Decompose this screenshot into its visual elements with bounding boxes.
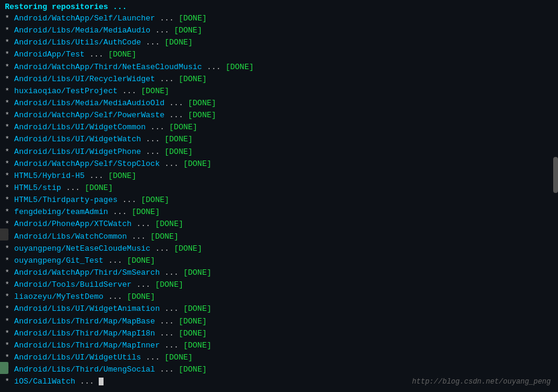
log-line: * Android/PhoneApp/XTCWatch ... [DONE]	[5, 218, 553, 230]
log-container: * Android/WatchApp/Self/Launcher ... [DO…	[5, 13, 553, 388]
log-line: * Android/Libs/UI/RecyclerWidget ... [DO…	[5, 73, 553, 85]
log-line: * Android/Libs/Media/MediaAudio ... [DON…	[5, 25, 553, 37]
log-line: * Android/Libs/Utils/AuthCode ... [DONE]	[5, 37, 553, 49]
log-line: * Android/Libs/UI/WidgetPhone ... [DONE]	[5, 146, 553, 158]
log-line: * Android/Libs/Third/Map/MapInner ... [D…	[5, 340, 553, 352]
side-icon2	[0, 362, 8, 374]
log-line: * Android/WatchApp/Self/Launcher ... [DO…	[5, 13, 553, 25]
log-line: * AndroidApp/Test ... [DONE]	[5, 49, 553, 61]
terminal-window: Restoring repositories ... * Android/Wat…	[0, 0, 558, 392]
watermark: http://blog.csdn.net/ouyang_peng	[412, 378, 551, 386]
log-line: * Android/Libs/UI/WidgetCommon ... [DONE…	[5, 121, 553, 133]
log-line: * Android/WatchApp/Self/StopClock ... [D…	[5, 158, 553, 170]
side-icon	[0, 228, 8, 240]
title-line: Restoring repositories ...	[5, 2, 553, 11]
log-line: * Android/WatchApp/Third/NetEaseCloudMus…	[5, 61, 553, 73]
log-line: * Android/Libs/Media/MediaAudioOld ... […	[5, 97, 553, 109]
log-line: * ouyangpeng/Git_Test ... [DONE]	[5, 255, 553, 267]
scrollbar[interactable]	[553, 157, 558, 193]
log-line: * Android/Libs/UI/WidgetAnimation ... [D…	[5, 303, 553, 315]
log-line: * ouyangpeng/NetEaseCloudeMusic ... [DON…	[5, 243, 553, 255]
log-line: * fengdebing/teamAdmin ... [DONE]	[5, 206, 553, 218]
log-line: * Android/Libs/Third/Map/MapI18n ... [DO…	[5, 328, 553, 340]
log-line: * HTML5/Hybrid-H5 ... [DONE]	[5, 170, 553, 182]
log-line: * Android/Libs/WatchCommon ... [DONE]	[5, 231, 553, 243]
log-line: * HTML5/stip ... [DONE]	[5, 182, 553, 194]
log-line: * Android/WatchApp/Third/SmSearch ... [D…	[5, 267, 553, 279]
log-line: * Android/Libs/Third/Map/MapBase ... [DO…	[5, 316, 553, 328]
log-line: * Android/Libs/Third/UmengSocial ... [DO…	[5, 364, 553, 376]
log-line: * Android/WatchApp/Self/PowerWaste ... […	[5, 109, 553, 121]
log-line: * liaozeyu/MyTestDemo ... [DONE]	[5, 291, 553, 303]
log-line: * Android/Tools/BuildServer ... [DONE]	[5, 279, 553, 291]
log-line: * Android/Libs/UI/WidgetUtils ... [DONE]	[5, 352, 553, 364]
log-line: * huxiaoqiao/TestProject ... [DONE]	[5, 85, 553, 97]
log-line: * Android/Libs/UI/WidgetWatch ... [DONE]	[5, 133, 553, 145]
log-line: * HTML5/Thirdparty-pages ... [DONE]	[5, 194, 553, 206]
